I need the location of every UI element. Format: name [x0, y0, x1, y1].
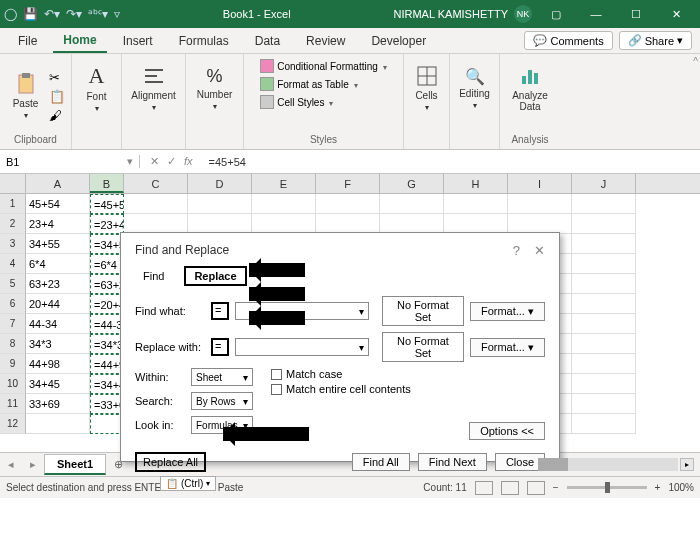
collapse-ribbon-icon[interactable]: ^ — [693, 56, 698, 67]
tab-formulas[interactable]: Formulas — [169, 30, 239, 52]
qat-more[interactable]: ᵃᵇᶜ▾ — [88, 7, 108, 21]
cell[interactable]: =44-34 — [90, 314, 124, 334]
cell[interactable]: =63+23 — [90, 274, 124, 294]
cell[interactable] — [572, 234, 636, 254]
cell[interactable] — [380, 194, 444, 214]
dialog-tab-find[interactable]: Find — [135, 268, 172, 284]
cell[interactable] — [26, 414, 90, 434]
cell[interactable] — [572, 354, 636, 374]
alignment-button[interactable]: Alignment▾ — [135, 58, 173, 118]
format-as-table-button[interactable]: Format as Table — [257, 76, 390, 92]
ribbon-options-icon[interactable]: ▢ — [536, 0, 576, 28]
zoom-out-button[interactable]: − — [553, 482, 559, 493]
select-all-corner[interactable] — [0, 174, 26, 193]
cell[interactable] — [188, 194, 252, 214]
zoom-in-button[interactable]: + — [655, 482, 661, 493]
cell[interactable] — [572, 254, 636, 274]
col-b[interactable]: B — [90, 174, 124, 193]
col-a[interactable]: A — [26, 174, 90, 193]
cell[interactable] — [572, 314, 636, 334]
col-g[interactable]: G — [380, 174, 444, 193]
search-combo[interactable]: By Rows▾ — [191, 392, 253, 410]
copy-icon[interactable]: 📋 — [49, 89, 65, 104]
replace-all-button[interactable]: Replace All — [135, 452, 206, 472]
user-area[interactable]: NIRMAL KAMISHETTY NK — [394, 5, 533, 23]
cell[interactable]: 34*3 — [26, 334, 90, 354]
dialog-help-icon[interactable]: ? — [513, 243, 520, 258]
cell[interactable]: =20+44 — [90, 294, 124, 314]
row-header[interactable]: 9 — [0, 354, 26, 374]
cell[interactable]: =23+4 — [90, 214, 124, 234]
col-e[interactable]: E — [252, 174, 316, 193]
undo-icon[interactable]: ↶▾ — [44, 7, 60, 21]
page-break-view-button[interactable] — [527, 481, 545, 495]
col-f[interactable]: F — [316, 174, 380, 193]
row-header[interactable]: 1 — [0, 194, 26, 214]
col-d[interactable]: D — [188, 174, 252, 193]
cell[interactable]: 23+4 — [26, 214, 90, 234]
tab-insert[interactable]: Insert — [113, 30, 163, 52]
cell[interactable]: 34+55 — [26, 234, 90, 254]
sheet-tab[interactable]: Sheet1 — [44, 454, 106, 475]
row-header[interactable]: 7 — [0, 314, 26, 334]
tab-developer[interactable]: Developer — [361, 30, 436, 52]
paste-options-tag[interactable]: 📋 (Ctrl) ▾ — [160, 476, 216, 491]
maximize-icon[interactable]: ☐ — [616, 0, 656, 28]
cell[interactable] — [444, 194, 508, 214]
sheet-nav-next[interactable]: ▸ — [22, 458, 44, 471]
cell[interactable]: 44-34 — [26, 314, 90, 334]
save-icon[interactable]: 💾 — [23, 7, 38, 21]
name-box[interactable]: B1▾ — [0, 155, 140, 168]
dialog-close-icon[interactable]: ✕ — [534, 243, 545, 258]
cell[interactable] — [572, 374, 636, 394]
editing-button[interactable]: 🔍 Editing▾ — [456, 58, 494, 118]
formula-input[interactable]: =45+54 — [203, 156, 700, 168]
conditional-formatting-button[interactable]: Conditional Formatting — [257, 58, 390, 74]
row-header[interactable]: 5 — [0, 274, 26, 294]
tab-file[interactable]: File — [8, 30, 47, 52]
comments-button[interactable]: 💬 Comments — [524, 31, 612, 50]
cell[interactable] — [572, 334, 636, 354]
cell[interactable]: =33+69 — [90, 394, 124, 414]
cell[interactable] — [508, 214, 572, 234]
replace-with-input[interactable]: = — [211, 338, 229, 356]
cell[interactable] — [572, 414, 636, 434]
cell[interactable]: 44+98 — [26, 354, 90, 374]
normal-view-button[interactable] — [475, 481, 493, 495]
cell[interactable]: 34+45 — [26, 374, 90, 394]
col-i[interactable]: I — [508, 174, 572, 193]
match-entire-checkbox[interactable]: Match entire cell contents — [271, 383, 411, 395]
cell[interactable] — [316, 214, 380, 234]
cell[interactable] — [124, 194, 188, 214]
row-header[interactable]: 2 — [0, 214, 26, 234]
cell[interactable] — [380, 214, 444, 234]
find-all-button[interactable]: Find All — [352, 453, 410, 471]
cell[interactable] — [444, 214, 508, 234]
cells-button[interactable]: Cells▾ — [408, 58, 446, 118]
enter-formula-icon[interactable]: ✓ — [167, 155, 176, 168]
zoom-slider[interactable] — [567, 486, 647, 489]
cell[interactable]: 45+54 — [26, 194, 90, 214]
cell[interactable]: =34+45 — [90, 374, 124, 394]
cell[interactable] — [316, 194, 380, 214]
tab-review[interactable]: Review — [296, 30, 355, 52]
row-header[interactable]: 8 — [0, 334, 26, 354]
paste-button[interactable]: Paste ▾ — [7, 66, 45, 126]
row-header[interactable]: 12 — [0, 414, 26, 434]
tab-home[interactable]: Home — [53, 29, 106, 53]
analyze-data-button[interactable]: Analyze Data — [511, 58, 549, 118]
cell[interactable] — [188, 214, 252, 234]
find-what-input[interactable]: = — [211, 302, 229, 320]
cell[interactable] — [572, 294, 636, 314]
autosave-toggle[interactable]: ◯ — [4, 7, 17, 21]
sheet-nav-prev[interactable]: ◂ — [0, 458, 22, 471]
minimize-icon[interactable]: — — [576, 0, 616, 28]
cell[interactable]: =34*3 — [90, 334, 124, 354]
replace-format-button[interactable]: Format... ▾ — [470, 338, 545, 357]
horizontal-scrollbar[interactable]: ◂▸ — [522, 458, 700, 471]
close-icon[interactable]: ✕ — [656, 0, 696, 28]
cell[interactable]: =45+54 — [90, 194, 124, 214]
format-painter-icon[interactable]: 🖌 — [49, 108, 65, 123]
cell[interactable] — [572, 274, 636, 294]
col-h[interactable]: H — [444, 174, 508, 193]
